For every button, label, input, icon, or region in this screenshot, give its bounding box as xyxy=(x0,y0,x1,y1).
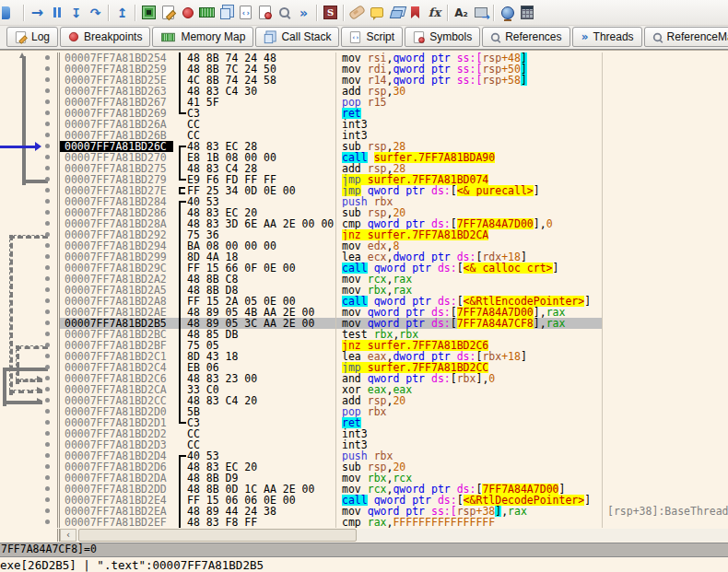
disasm-row[interactable]: 00007FF7A81BD2D440 53push rbx xyxy=(0,450,728,461)
disasm-row[interactable]: 00007FF7A81BD270E8 1B 08 00 00call surfe… xyxy=(0,152,728,163)
pause-icon[interactable] xyxy=(47,3,66,23)
disasm-row[interactable]: 00007FF7A81BD2EF48 83 F8 FFcmp rax,FFFFF… xyxy=(0,517,728,528)
breakpoint-bullet[interactable] xyxy=(0,473,60,484)
disasm-row[interactable]: 00007FF7A81BD26C48 83 EC 28sub rsp,28 xyxy=(0,141,728,152)
disasm-row[interactable]: 00007FF7A81BD2A8FF 15 2A 05 0E 00call qw… xyxy=(0,296,728,307)
breakpoint-bullet[interactable] xyxy=(0,163,60,174)
disasm-row[interactable]: 00007FF7A81BD269C3ret xyxy=(0,108,728,119)
scylla-icon[interactable]: S xyxy=(321,3,340,23)
tab-symbols[interactable]: Symbols xyxy=(405,27,480,47)
breakpoint-bullet[interactable] xyxy=(0,417,60,428)
breakpoint-bullet[interactable] xyxy=(0,406,60,417)
functions-icon[interactable]: fx xyxy=(425,3,444,23)
breakpoint-bullet[interactable] xyxy=(0,64,60,75)
symbols-icon[interactable] xyxy=(255,3,275,23)
calculator-icon[interactable] xyxy=(517,3,536,23)
execute-till-return-icon[interactable]: ↥ xyxy=(112,3,132,23)
breakpoint-bullet[interactable] xyxy=(0,450,60,461)
breakpoint-bullet[interactable] xyxy=(0,274,60,285)
labels-icon[interactable] xyxy=(386,3,405,23)
breakpoint-bullet[interactable] xyxy=(0,373,60,384)
breakpoint-bullet[interactable] xyxy=(0,207,60,218)
disasm-row[interactable]: 00007FF7A81BD28648 83 EC 20sub rsp,20 xyxy=(0,207,728,218)
tab-log[interactable]: Log xyxy=(6,27,58,47)
horizontal-scrollbar[interactable]: ‹ xyxy=(0,529,728,542)
scrollbar-thumb[interactable] xyxy=(78,529,357,542)
disasm-row[interactable]: 00007FF7A81BD2C18D 43 18lea eax,dword pt… xyxy=(0,351,728,362)
breakpoint-bullet[interactable] xyxy=(0,428,60,439)
breakpoint-bullet[interactable] xyxy=(0,263,60,274)
disasm-row[interactable]: 00007FF7A81BD26ACCint3 xyxy=(0,119,728,130)
disasm-row[interactable]: 00007FF7A81BD2D2CCint3 xyxy=(0,428,728,439)
disasm-row[interactable]: 00007FF7A81BD2D1C3ret xyxy=(0,417,728,428)
breakpoint-bullet[interactable] xyxy=(0,395,60,406)
breakpoint-bullet[interactable] xyxy=(0,240,60,251)
breakpoint-bullet[interactable] xyxy=(0,218,60,229)
breakpoint-bullet[interactable] xyxy=(0,517,60,528)
tab-memory-map[interactable]: Memory Map xyxy=(152,27,253,47)
disasm-row[interactable]: 00007FF7A81BD2E4FF 15 06 06 0E 00call qw… xyxy=(0,495,728,506)
memory-map-icon[interactable] xyxy=(197,3,217,23)
log-icon[interactable] xyxy=(159,3,178,23)
breakpoint-bullet[interactable] xyxy=(0,174,60,185)
breakpoint-bullet[interactable] xyxy=(0,495,60,506)
comments-icon[interactable] xyxy=(367,3,386,23)
disasm-row[interactable]: 00007FF7A81BD29CFF 15 66 0F 0E 00call qw… xyxy=(0,263,728,274)
disasm-row[interactable]: 00007FF7A81BD26348 83 C4 30add rsp,30 xyxy=(0,86,728,97)
breakpoint-bullet[interactable] xyxy=(0,340,60,351)
breakpoint-bullet[interactable] xyxy=(0,384,60,395)
breakpoint-bullet[interactable] xyxy=(0,461,60,473)
disasm-row[interactable]: 00007FF7A81BD2A548 8B D8mov rbx,rax xyxy=(0,285,728,296)
breakpoint-bullet[interactable] xyxy=(0,86,60,97)
disasm-row[interactable]: 00007FF7A81BD279E9 F6 FD FF FFjmp surfer… xyxy=(0,174,728,185)
scrollbar-track[interactable] xyxy=(76,529,728,542)
breakpoint-bullet[interactable] xyxy=(0,141,60,152)
tab-call-stack[interactable]: Call Stack xyxy=(255,27,339,47)
disasm-row[interactable]: 00007FF7A81BD2C648 83 23 00and qword ptr… xyxy=(0,373,728,384)
disasm-row[interactable]: 00007FF7A81BD294BA 08 00 00 00mov edx,8 xyxy=(0,240,728,251)
tab-references[interactable]: References xyxy=(482,27,569,47)
disasm-row[interactable]: 00007FF7A81BD25E4C 8B 74 24 58mov r14,qw… xyxy=(0,75,728,86)
breakpoint-bullet[interactable] xyxy=(0,439,60,450)
disasm-row[interactable]: 00007FF7A81BD2A248 8B C8mov rcx,rax xyxy=(0,274,728,285)
breakpoint-bullet[interactable] xyxy=(0,329,60,340)
script-icon[interactable] xyxy=(236,3,255,23)
attach-icon[interactable] xyxy=(471,3,490,23)
cpu-icon[interactable] xyxy=(139,3,159,23)
appearance-icon[interactable]: A₂ xyxy=(452,3,471,23)
disasm-row[interactable]: 00007FF7A81BD2EA48 89 44 24 38mov qword … xyxy=(0,506,728,517)
scroll-left-button[interactable]: ‹ xyxy=(60,529,76,542)
disasm-row[interactable]: 00007FF7A81BD2AE48 89 05 4B AA 2E 00mov … xyxy=(0,307,728,318)
breakpoint-bullet[interactable] xyxy=(0,296,60,307)
patches-icon[interactable] xyxy=(347,3,367,23)
disasm-row[interactable]: 00007FF7A81BD2D3CCint3 xyxy=(0,439,728,450)
breakpoint-bullet[interactable] xyxy=(0,152,60,163)
disassembly-panel[interactable]: 00007FF7A81BD25448 8B 74 24 48mov rsi,qw… xyxy=(0,50,728,530)
breakpoint-bullet[interactable] xyxy=(0,75,60,86)
tab-threads[interactable]: »Threads xyxy=(572,27,642,47)
breakpoint-bullet[interactable] xyxy=(0,285,60,296)
tab-script[interactable]: Script xyxy=(341,27,403,47)
disasm-row[interactable]: 00007FF7A81BD26BCCint3 xyxy=(0,130,728,141)
disasm-row[interactable]: 00007FF7A81BD28440 53push rbx xyxy=(0,196,728,207)
restart-fragment-icon[interactable] xyxy=(1,3,20,23)
breakpoint-bullet[interactable] xyxy=(0,130,60,141)
run-icon[interactable]: → xyxy=(28,3,47,23)
disasm-row[interactable]: 00007FF7A81BD25948 8B 7C 24 50mov rdi,qw… xyxy=(0,64,728,75)
call-stack-icon[interactable] xyxy=(217,3,236,23)
disasm-row[interactable]: 00007FF7A81BD28A48 83 3D 6E AA 2E 00 00c… xyxy=(0,218,728,229)
disasm-row[interactable]: 00007FF7A81BD2CC48 83 C4 20add rsp,20 xyxy=(0,395,728,406)
disasm-row[interactable]: 00007FF7A81BD2BC48 85 DBtest rbx,rbx xyxy=(0,329,728,340)
breakpoint-bullet[interactable] xyxy=(0,362,60,373)
breakpoints-icon[interactable] xyxy=(178,3,197,23)
disasm-row[interactable]: 00007FF7A81BD2D648 83 EC 20sub rsp,20 xyxy=(0,461,728,473)
disasm-row[interactable]: 00007FF7A81BD2DA48 8B D9mov rbx,rcx xyxy=(0,473,728,484)
breakpoint-bullet[interactable] xyxy=(0,119,60,130)
breakpoint-bullet[interactable] xyxy=(0,185,60,196)
disasm-row[interactable]: 00007FF7A81BD2C4EB 06jmp surfer.7FF7A81B… xyxy=(0,362,728,373)
disasm-row[interactable]: 00007FF7A81BD29275 36jnz surfer.7FF7A81B… xyxy=(0,229,728,240)
disasm-row[interactable]: 00007FF7A81BD2DD48 8B 0D 1C AA 2E 00mov … xyxy=(0,484,728,495)
disasm-row[interactable]: 00007FF7A81BD2B548 89 05 3C AA 2E 00mov … xyxy=(0,318,728,329)
threads-icon[interactable]: » xyxy=(294,3,313,23)
references-icon[interactable] xyxy=(275,3,294,23)
